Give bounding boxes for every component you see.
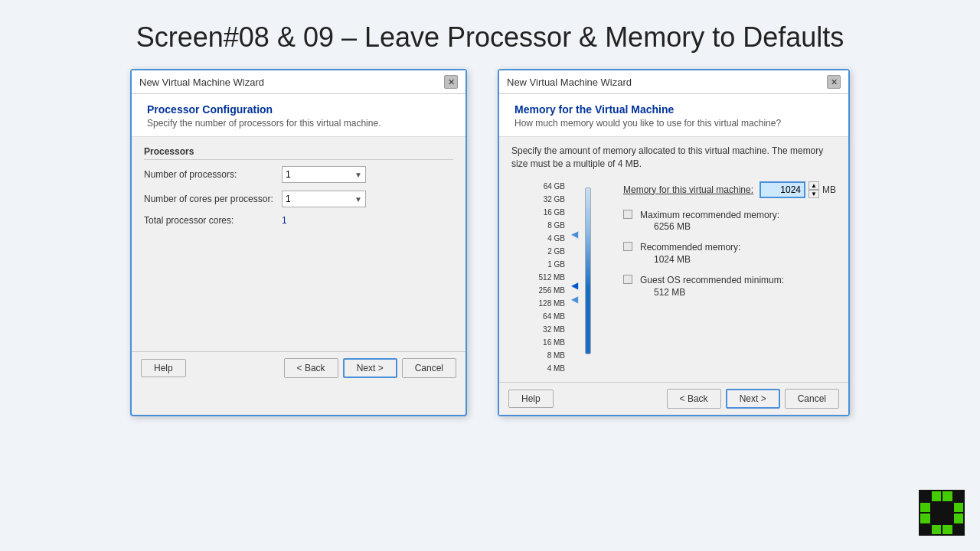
processor-header-title: Processor Configuration [147, 103, 453, 116]
memory-next-button[interactable]: Next > [726, 389, 780, 409]
processor-nav-buttons: < Back Next > Cancel [284, 358, 456, 378]
memory-scale: 64 GB 32 GB 16 GB 8 GB 4 GB 2 GB 1 GB 51… [511, 181, 565, 374]
memory-header-sub: How much memory would you like to use fo… [514, 118, 836, 129]
recommended-row: Recommended memory: 1024 MB [623, 241, 836, 265]
memory-intro-text: Specify the amount of memory allocated t… [511, 145, 836, 171]
memory-unit-label: MB [822, 184, 836, 195]
dialogs-container: New Virtual Machine Wizard ✕ Processor C… [0, 69, 980, 416]
processor-dialog-footer: Help < Back Next > Cancel [132, 351, 466, 384]
memory-info-panel: Memory for this virtual machine: ▲ ▼ MB … [623, 181, 836, 374]
recommended-icon [623, 242, 632, 251]
processor-header-sub: Specify the number of processors for thi… [147, 118, 453, 129]
memory-dialog-footer: Help < Back Next > Cancel [499, 382, 848, 415]
scale-label-13: 8 MB [547, 350, 565, 361]
scale-label-9: 128 MB [539, 298, 565, 309]
processors-count-select[interactable]: 1 ▼ [282, 166, 366, 183]
scale-label-14: 4 MB [547, 364, 565, 374]
scale-label-8: 256 MB [539, 285, 565, 296]
recommended-label: Recommended memory: [640, 241, 740, 254]
processor-back-button[interactable]: < Back [284, 358, 338, 378]
processors-count-label: Number of processors: [144, 169, 282, 180]
max-recommended-value: 6256 MB [654, 221, 779, 232]
guest-os-value: 512 MB [654, 287, 784, 298]
memory-dialog: New Virtual Machine Wizard ✕ Memory for … [498, 69, 850, 416]
total-cores-row: Total processor cores: 1 [144, 215, 453, 226]
memory-field-label: Memory for this virtual machine: [623, 184, 760, 195]
processor-dialog-close[interactable]: ✕ [444, 75, 458, 89]
scale-label-7: 512 MB [539, 272, 565, 283]
memory-field-row: Memory for this virtual machine: ▲ ▼ MB [623, 181, 836, 198]
recommended-text: Recommended memory: 1024 MB [640, 241, 740, 265]
memory-dialog-title: New Virtual Machine Wizard [507, 77, 632, 88]
cores-per-processor-select[interactable]: 1 ▼ [282, 191, 366, 207]
memory-cancel-button[interactable]: Cancel [785, 389, 839, 409]
page-title: Screen#08 & 09 – Leave Processor & Memor… [0, 0, 980, 69]
processor-dialog-titlebar: New Virtual Machine Wizard ✕ [132, 70, 466, 94]
memory-help-button[interactable]: Help [508, 390, 554, 408]
memory-dialog-titlebar: New Virtual Machine Wizard ✕ [499, 70, 848, 94]
recommended-arrow-icon: ◀ [571, 294, 578, 305]
logo [919, 490, 965, 536]
guest-os-label: Guest OS recommended minimum: [640, 274, 784, 287]
current-arrow-icon: ◀ [571, 280, 578, 291]
cores-per-processor-label: Number of cores per processor: [144, 194, 282, 204]
guest-os-icon [623, 275, 632, 284]
max-recommended-label: Maximum recommended memory: [640, 209, 779, 222]
logo-grid [919, 490, 965, 536]
max-arrow-icon: ◀ [571, 229, 578, 240]
processor-dialog-header: Processor Configuration Specify the numb… [132, 94, 466, 137]
memory-dialog-header: Memory for the Virtual Machine How much … [499, 94, 848, 137]
memory-down-button[interactable]: ▼ [808, 190, 819, 198]
scale-label-3: 8 GB [547, 220, 565, 231]
processors-count-row: Number of processors: 1 ▼ [144, 166, 453, 183]
scale-label-10: 64 MB [543, 311, 565, 322]
scale-label-2: 16 GB [544, 207, 565, 218]
max-recommended-row: Maximum recommended memory: 6256 MB [623, 209, 836, 233]
processor-cancel-button[interactable]: Cancel [402, 358, 456, 378]
memory-slider-track[interactable] [585, 187, 591, 354]
max-recommended-icon [623, 210, 632, 219]
memory-header-title: Memory for the Virtual Machine [514, 103, 836, 116]
total-cores-label: Total processor cores: [144, 215, 282, 226]
memory-value-input[interactable] [760, 181, 805, 198]
scale-label-5: 2 GB [547, 246, 565, 257]
memory-nav-buttons: < Back Next > Cancel [667, 389, 839, 409]
max-recommended-text: Maximum recommended memory: 6256 MB [640, 209, 779, 233]
scale-label-4: 4 GB [547, 233, 565, 244]
processor-next-button[interactable]: Next > [343, 358, 397, 378]
processor-help-button[interactable]: Help [141, 359, 186, 377]
total-cores-value: 1 [282, 215, 287, 226]
scale-label-11: 32 MB [543, 324, 565, 335]
scale-label-6: 1 GB [547, 259, 565, 270]
scale-label-1: 32 GB [544, 194, 565, 205]
processor-dialog-body: Processors Number of processors: 1 ▼ Num… [132, 137, 466, 351]
recommended-value: 1024 MB [654, 254, 740, 265]
memory-dialog-body: Specify the amount of memory allocated t… [499, 137, 848, 382]
memory-dialog-close[interactable]: ✕ [827, 75, 841, 89]
guest-os-row: Guest OS recommended minimum: 512 MB [623, 274, 836, 298]
cores-per-processor-row: Number of cores per processor: 1 ▼ [144, 191, 453, 207]
scale-label-12: 16 MB [543, 337, 565, 348]
guest-os-text: Guest OS recommended minimum: 512 MB [640, 274, 784, 298]
processors-section-label: Processors [144, 146, 453, 160]
processor-dialog: New Virtual Machine Wizard ✕ Processor C… [130, 69, 467, 416]
memory-layout: 64 GB 32 GB 16 GB 8 GB 4 GB 2 GB 1 GB 51… [511, 181, 836, 374]
memory-back-button[interactable]: < Back [667, 389, 721, 409]
processor-dialog-title: New Virtual Machine Wizard [139, 77, 264, 88]
memory-up-button[interactable]: ▲ [808, 181, 819, 190]
scale-label-0: 64 GB [544, 181, 565, 192]
